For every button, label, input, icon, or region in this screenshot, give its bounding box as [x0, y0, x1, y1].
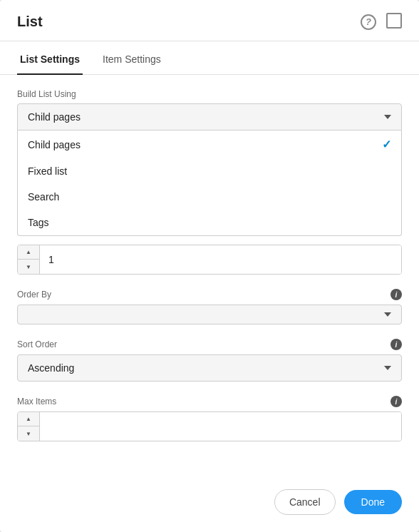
sort-order-select[interactable]: Ascending [17, 354, 402, 382]
max-items-stepper-buttons: ▲ ▼ [18, 412, 40, 441]
num-pages-stepper: ▲ ▼ [17, 245, 402, 275]
dropdown-item-search[interactable]: Search [18, 184, 401, 210]
stepper-up-button[interactable]: ▲ [18, 245, 39, 260]
max-items-label-row: Max Items i [17, 396, 402, 407]
help-icon-button[interactable]: ? [361, 14, 376, 30]
tab-list-settings[interactable]: List Settings [17, 45, 83, 75]
num-pages-input[interactable] [40, 245, 401, 274]
max-items-input[interactable] [40, 412, 401, 441]
max-items-up-icon: ▲ [26, 416, 31, 422]
fullscreen-icon-button[interactable] [386, 13, 402, 31]
order-by-chevron-icon [384, 312, 391, 317]
header-icons: ? [361, 13, 402, 31]
modal-footer: Cancel Done [0, 478, 419, 532]
stepper-up-icon: ▲ [26, 249, 31, 255]
stepper-buttons: ▲ ▼ [18, 245, 40, 274]
sort-order-selected-value: Ascending [28, 362, 74, 374]
list-modal: List ? List Settings Item Settings Build… [0, 0, 419, 532]
stepper-down-icon: ▼ [26, 264, 31, 270]
build-list-group: Build List Using Child pages Child pages… [17, 89, 402, 131]
order-by-group: Order By i [17, 289, 402, 324]
modal-header: List ? [0, 0, 419, 41]
build-list-label: Build List Using [17, 89, 402, 99]
modal-body: Build List Using Child pages Child pages… [0, 75, 419, 478]
cancel-button[interactable]: Cancel [274, 489, 336, 515]
stepper-down-button[interactable]: ▼ [18, 260, 39, 274]
build-list-selected-value: Child pages [28, 111, 81, 123]
max-items-label: Max Items [17, 397, 56, 406]
max-items-down-icon: ▼ [26, 431, 31, 437]
order-by-info-icon[interactable]: i [390, 289, 402, 300]
order-by-select-wrapper [17, 305, 402, 324]
sort-order-chevron-icon [384, 366, 391, 370]
max-items-stepper-down-button[interactable]: ▼ [18, 426, 39, 441]
build-list-select[interactable]: Child pages [17, 103, 402, 131]
tabs-container: List Settings Item Settings [0, 44, 419, 75]
build-list-chevron-icon [384, 115, 391, 119]
build-list-dropdown: Child pages ✓ Fixed list Search Tags [17, 131, 402, 236]
check-icon-child-pages: ✓ [382, 138, 391, 151]
max-items-stepper: ▲ ▼ [17, 411, 402, 441]
dropdown-item-child-pages[interactable]: Child pages ✓ [18, 131, 401, 158]
order-by-select[interactable] [17, 305, 402, 324]
max-items-group: Max Items i ▲ ▼ [17, 396, 402, 441]
help-icon: ? [361, 14, 376, 30]
dropdown-item-fixed-list[interactable]: Fixed list [18, 158, 401, 184]
sort-order-group: Sort Order i Ascending [17, 339, 402, 382]
order-by-label: Order By [17, 290, 51, 300]
fullscreen-icon [386, 13, 402, 29]
order-by-label-row: Order By i [17, 289, 402, 300]
sort-order-select-wrapper: Ascending [17, 354, 402, 382]
num-pages-group: ▲ ▼ [17, 245, 402, 275]
modal-title: List [17, 14, 43, 30]
dropdown-item-tags[interactable]: Tags [18, 210, 401, 235]
sort-order-info-icon[interactable]: i [390, 339, 402, 350]
tab-item-settings[interactable]: Item Settings [100, 45, 164, 75]
max-items-info-icon[interactable]: i [390, 396, 402, 407]
build-list-select-wrapper: Child pages Child pages ✓ Fixed list Sea… [17, 103, 402, 131]
sort-order-label: Sort Order [17, 339, 57, 349]
max-items-stepper-up-button[interactable]: ▲ [18, 412, 39, 426]
done-button[interactable]: Done [344, 490, 402, 514]
sort-order-label-row: Sort Order i [17, 339, 402, 350]
